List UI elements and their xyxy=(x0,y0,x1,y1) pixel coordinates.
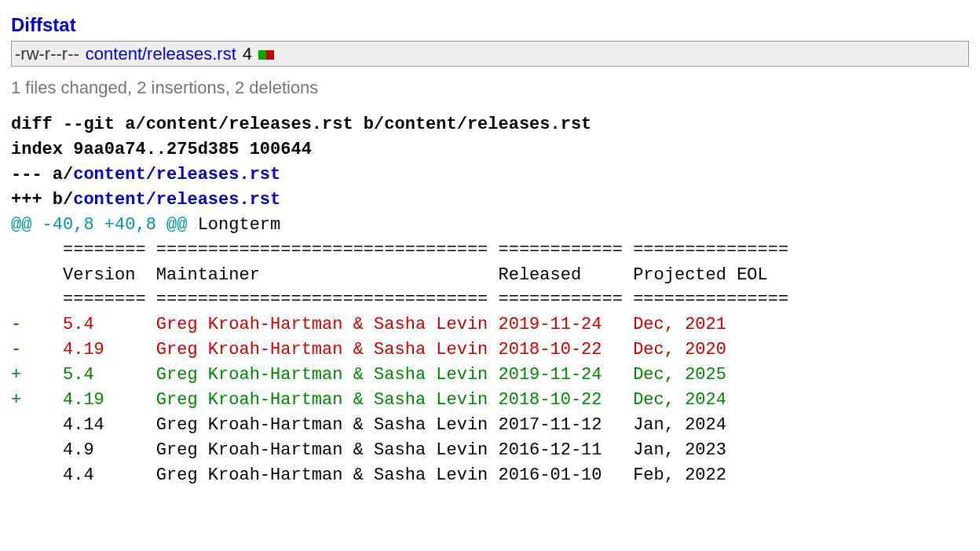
diff-ctx-line: Version Maintainer Released Projected EO… xyxy=(11,265,778,285)
diff-del-line: - 4.19 Greg Kroah-Hartman & Sasha Levin … xyxy=(11,340,778,359)
diff-ctx-line: 4.9 Greg Kroah-Hartman & Sasha Levin 201… xyxy=(11,440,778,460)
diffstat-summary: 1 files changed, 2 insertions, 2 deletio… xyxy=(11,78,969,98)
diffstat-row: -rw-r--r-- content/releases.rst 4 xyxy=(12,42,969,67)
diff-ctx-line: ======== ===============================… xyxy=(11,240,788,260)
file-cell: content/releases.rst xyxy=(82,42,240,67)
diffstat-table: -rw-r--r-- content/releases.rst 4 xyxy=(11,41,969,67)
diffstat-heading: Diffstat xyxy=(11,14,969,36)
new-file-link[interactable]: content/releases.rst xyxy=(73,190,280,210)
diff-minus-file: --- a/content/releases.rst xyxy=(11,165,280,184)
diff-ctx-line: 4.14 Greg Kroah-Hartman & Sasha Levin 20… xyxy=(11,415,778,435)
hunk-header: @@ -40,8 +40,8 @@ Longterm xyxy=(11,215,280,235)
change-count: 4 xyxy=(240,42,255,67)
file-mode: -rw-r--r-- xyxy=(12,42,82,67)
diff-ctx-line: ======== ===============================… xyxy=(11,290,788,309)
old-file-link[interactable]: content/releases.rst xyxy=(73,165,280,184)
diff-add-line: + 5.4 Greg Kroah-Hartman & Sasha Levin 2… xyxy=(11,365,778,385)
diff-del-line: - 5.4 Greg Kroah-Hartman & Sasha Levin 2… xyxy=(11,315,778,334)
diff-plus-file: +++ b/content/releases.rst xyxy=(11,190,280,210)
diff-block: diff --git a/content/releases.rst b/cont… xyxy=(11,112,969,487)
diff-index: index 9aa0a74..275d385 100644 xyxy=(11,140,312,159)
diff-header: diff --git a/content/releases.rst b/cont… xyxy=(11,115,591,134)
stat-bar-cell xyxy=(255,42,277,67)
diff-ctx-line: 4.4 Greg Kroah-Hartman & Sasha Levin 201… xyxy=(11,465,778,485)
file-link[interactable]: content/releases.rst xyxy=(86,44,236,64)
diff-add-line: + 4.19 Greg Kroah-Hartman & Sasha Levin … xyxy=(11,390,778,410)
stat-bar xyxy=(258,44,274,64)
